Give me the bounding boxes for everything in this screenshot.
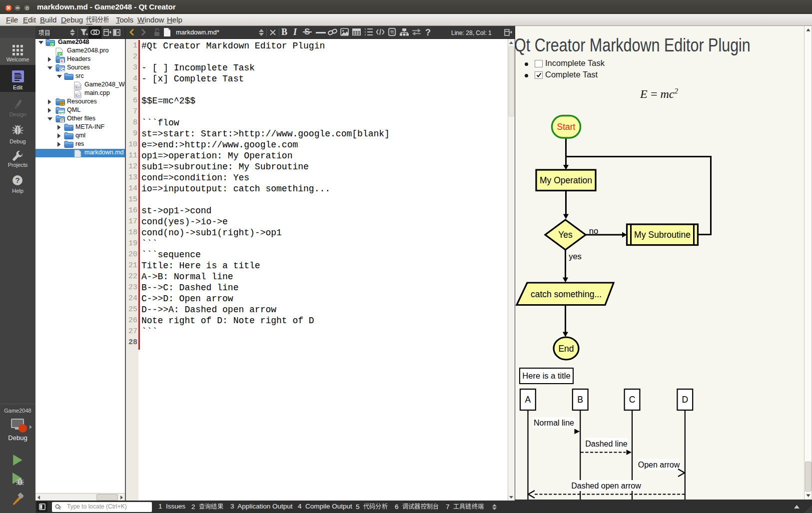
svg-text:Qt: Qt xyxy=(58,52,61,55)
svg-text:Here is a title: Here is a title xyxy=(522,371,570,380)
svg-text:Normal line: Normal line xyxy=(534,419,574,427)
svg-text:catch something...: catch something... xyxy=(531,289,602,299)
svg-text:qml: qml xyxy=(58,110,64,114)
svg-text:Qt: Qt xyxy=(50,42,54,46)
svg-text:My Operation: My Operation xyxy=(540,175,592,185)
svg-text:Dashed line: Dashed line xyxy=(585,440,628,448)
svg-text:h: h xyxy=(61,59,63,63)
svg-text:My Subroutine: My Subroutine xyxy=(634,230,691,240)
svg-text:no: no xyxy=(589,226,598,235)
svg-text:Yes: Yes xyxy=(558,230,573,240)
svg-text:D: D xyxy=(682,395,688,405)
svg-text:yes: yes xyxy=(569,252,582,261)
svg-text:Dashed open arrow: Dashed open arrow xyxy=(571,482,641,490)
svg-text:End: End xyxy=(558,344,574,354)
svg-text:Start: Start xyxy=(557,122,576,132)
svg-text:C: C xyxy=(629,395,636,405)
svg-text:Open arrow: Open arrow xyxy=(638,461,680,469)
svg-text:B: B xyxy=(577,395,583,405)
svg-text:C+: C+ xyxy=(75,93,79,96)
svg-text:C+: C+ xyxy=(75,84,79,88)
svg-text:C+: C+ xyxy=(59,68,64,71)
svg-text:A: A xyxy=(525,395,531,405)
